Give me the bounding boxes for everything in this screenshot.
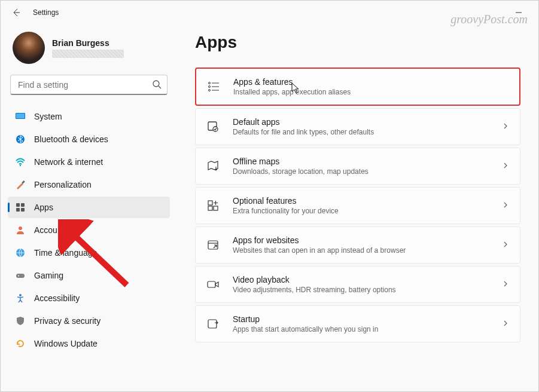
svg-rect-31 <box>208 281 215 287</box>
svg-point-16 <box>22 275 23 277</box>
chevron-right-icon <box>502 240 509 250</box>
svg-line-2 <box>159 86 161 88</box>
page-title: Apps <box>195 33 520 52</box>
sidebar-item-time-language[interactable]: Time & language <box>8 242 170 264</box>
card-title: Default apps <box>233 117 489 127</box>
nav-label: Privacy & security <box>34 316 101 326</box>
nav-label: Gaming <box>34 271 63 280</box>
list-icon <box>207 80 220 93</box>
svg-rect-11 <box>21 208 25 212</box>
bluetooth-icon <box>15 134 26 145</box>
sidebar-item-privacy[interactable]: Privacy & security <box>8 310 170 332</box>
nav-label: System <box>34 112 62 121</box>
svg-point-20 <box>209 86 211 88</box>
sidebar: Brian Burgess System Bluetooth & devices… <box>1 24 177 391</box>
accessibility-icon <box>15 293 26 304</box>
card-offline-maps[interactable]: Offline maps Downloads, storage location… <box>195 148 520 185</box>
svg-rect-32 <box>208 320 217 328</box>
sidebar-item-accessibility[interactable]: Accessibility <box>8 287 170 309</box>
card-subtitle: Installed apps, app execution aliases <box>233 88 508 96</box>
main-content: Apps Apps & features Installed apps, app… <box>177 24 538 391</box>
svg-rect-26 <box>208 201 212 205</box>
card-default-apps[interactable]: Default apps Defaults for file and link … <box>195 108 520 145</box>
shield-icon <box>15 316 26 326</box>
card-title: Apps & features <box>233 77 508 87</box>
sidebar-item-apps[interactable]: Apps <box>8 197 170 218</box>
user-name: Brian Burgess <box>52 38 124 48</box>
avatar <box>13 32 45 64</box>
search-input[interactable] <box>10 75 168 95</box>
sidebar-item-accounts[interactable]: Accounts <box>8 219 170 241</box>
nav-label: Personalization <box>34 180 92 189</box>
paintbrush-icon <box>15 179 26 190</box>
chevron-right-icon <box>502 318 509 329</box>
back-button[interactable] <box>7 3 26 22</box>
nav-label: Windows Update <box>34 339 98 348</box>
chevron-right-icon <box>502 161 509 172</box>
default-apps-icon <box>206 120 220 133</box>
globe-clock-icon <box>15 247 26 258</box>
user-email-redacted <box>52 50 124 58</box>
svg-point-12 <box>19 226 22 230</box>
arrow-left-icon <box>11 8 21 17</box>
video-icon <box>206 278 220 291</box>
apps-icon <box>15 202 26 213</box>
svg-point-6 <box>20 165 21 166</box>
sidebar-item-windows-update[interactable]: Windows Update <box>8 333 170 354</box>
chevron-right-icon <box>502 200 509 211</box>
nav-label: Time & language <box>34 248 97 258</box>
svg-rect-14 <box>16 274 25 278</box>
card-title: Startup <box>233 314 489 324</box>
search-icon <box>152 79 162 91</box>
grid-plus-icon <box>206 199 220 212</box>
card-startup[interactable]: Startup Apps that start automatically wh… <box>195 305 520 342</box>
sidebar-item-system[interactable]: System <box>8 106 170 127</box>
sidebar-item-bluetooth[interactable]: Bluetooth & devices <box>8 128 170 150</box>
card-title: Video playback <box>233 275 489 284</box>
card-subtitle: Defaults for file and link types, other … <box>233 128 489 136</box>
svg-point-18 <box>209 82 211 84</box>
svg-rect-4 <box>16 114 25 118</box>
svg-point-15 <box>18 275 19 277</box>
nav-list: System Bluetooth & devices Network & int… <box>8 106 170 354</box>
watermark: groovyPost.com <box>450 13 528 26</box>
wifi-icon <box>15 157 26 167</box>
card-apps-websites[interactable]: Apps for websites Websites that can open… <box>195 226 520 264</box>
card-subtitle: Video adjustments, HDR streaming, batter… <box>233 286 489 294</box>
nav-label: Accounts <box>34 225 69 235</box>
sidebar-item-gaming[interactable]: Gaming <box>8 265 170 286</box>
svg-point-1 <box>153 81 159 87</box>
card-optional-features[interactable]: Optional features Extra functionality fo… <box>195 187 520 224</box>
chevron-right-icon <box>502 121 509 132</box>
user-profile[interactable]: Brian Burgess <box>8 24 170 75</box>
svg-rect-28 <box>214 206 218 210</box>
settings-cards: Apps & features Installed apps, app exec… <box>195 68 520 342</box>
window-link-icon <box>206 238 220 252</box>
card-video-playback[interactable]: Video playback Video adjustments, HDR st… <box>195 266 520 303</box>
window-title: Settings <box>33 8 59 17</box>
update-icon <box>15 338 26 349</box>
card-title: Apps for websites <box>233 235 489 245</box>
card-subtitle: Extra functionality for your device <box>233 207 489 215</box>
nav-label: Network & internet <box>34 157 103 167</box>
svg-rect-10 <box>16 208 20 212</box>
chevron-right-icon <box>502 279 509 290</box>
svg-rect-8 <box>16 203 20 207</box>
card-apps-features[interactable]: Apps & features Installed apps, app exec… <box>195 68 520 106</box>
nav-label: Apps <box>34 203 53 212</box>
card-subtitle: Downloads, storage location, map updates <box>233 167 489 176</box>
nav-label: Accessibility <box>34 293 80 303</box>
svg-rect-27 <box>208 206 212 210</box>
monitor-icon <box>15 111 26 122</box>
startup-icon <box>206 317 220 330</box>
sidebar-item-personalization[interactable]: Personalization <box>8 174 170 195</box>
person-icon <box>15 225 26 235</box>
search-box <box>10 75 168 95</box>
map-download-icon <box>206 160 220 173</box>
svg-point-22 <box>209 90 211 91</box>
card-title: Offline maps <box>233 157 489 166</box>
sidebar-item-network[interactable]: Network & internet <box>8 151 170 173</box>
card-title: Optional features <box>233 196 489 206</box>
nav-label: Bluetooth & devices <box>34 134 108 144</box>
svg-rect-9 <box>21 203 25 207</box>
